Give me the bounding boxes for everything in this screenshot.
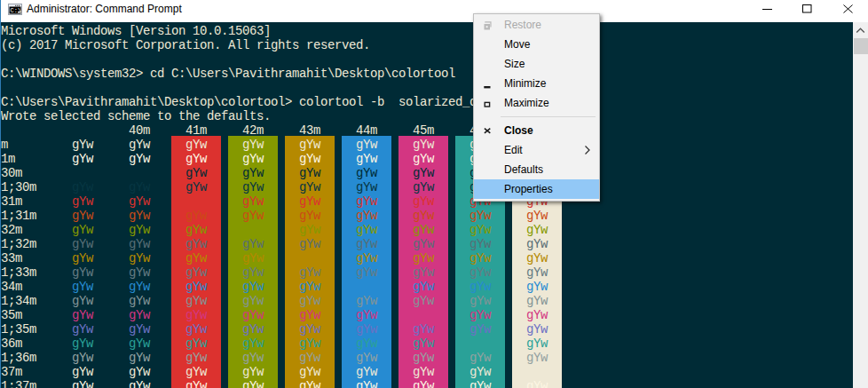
svg-text:C:\: C:\: [11, 7, 22, 14]
